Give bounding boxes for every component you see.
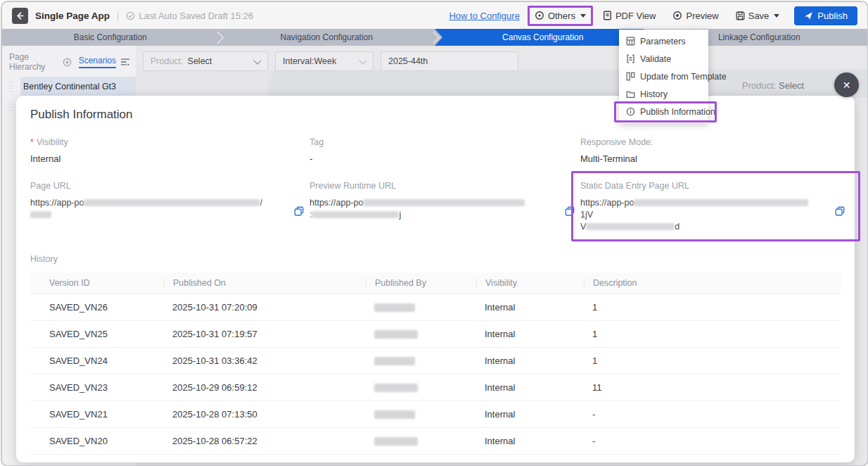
copy-static-url-icon[interactable] [835, 206, 845, 216]
step-label: Basic Configuration [74, 32, 147, 42]
tag-field: Tag - [309, 137, 580, 164]
scenario-item-bentley[interactable]: :::: Bentley Continental Gt3 [2, 77, 136, 96]
top-bar: Single Page App | Last Auto Saved Draft … [2, 2, 867, 29]
menu-item-label: Update from Template [640, 72, 727, 82]
autosave-status: Last Auto Saved Draft 15:26 [126, 11, 253, 21]
interval-select[interactable]: Interval:Week [275, 51, 374, 71]
page-url-value: https://app-po/ [30, 197, 286, 221]
pdf-view-button[interactable]: PDF View [601, 9, 658, 23]
week-value: 2025-44th [388, 56, 428, 66]
publish-button[interactable]: Publish [794, 6, 857, 25]
preview-runtime-url-field: Preview Runtime URL https://app-po :j [309, 181, 580, 233]
table-row: SAVED_VN26 2025-10-31 07:20:09 Internal … [30, 294, 841, 321]
publish-label: Publish [817, 11, 848, 21]
how-to-configure-link[interactable]: How to Configure [449, 11, 519, 21]
canvas-product-value: Select [779, 80, 804, 91]
preview-runtime-url-value: https://app-po :j [309, 197, 556, 221]
product-select[interactable]: Product: Select [143, 51, 268, 71]
title-separator: | [117, 11, 119, 21]
page-url-field: Page URL https://app-po/ [30, 181, 309, 233]
static-data-entry-url-label: Static Data Entry Page URL [580, 181, 817, 191]
product-label: Product: [151, 56, 184, 66]
preview-button[interactable]: Preview [670, 9, 720, 23]
save-button[interactable]: Save [734, 9, 782, 23]
copy-preview-url-icon[interactable] [565, 206, 575, 216]
redacted-text [374, 357, 415, 365]
canvas-product-label: Product: [742, 80, 776, 91]
configuration-steps: Basic Configuration Navigation Configura… [2, 29, 867, 46]
publish-information-modal: Publish Information *Visibility Internal… [16, 96, 855, 462]
step-label: Canvas Configuration [502, 32, 583, 42]
canvas-filters: Product: Select Interval:Week 2025-44th [143, 51, 518, 71]
cell-description: - [584, 436, 841, 446]
others-button[interactable]: Others [532, 9, 588, 23]
cell-published-on: 2025-10-28 06:57:22 [164, 436, 366, 446]
folder-icon [626, 90, 635, 99]
page-url-label: Page URL [30, 181, 286, 191]
cell-version-id: SAVED_VN24 [41, 355, 164, 366]
cell-published-on: 2025-10-28 07:13:50 [164, 409, 366, 420]
visibility-field: *Visibility Internal [30, 137, 309, 164]
save-label: Save [748, 11, 770, 21]
sidebar-header: Page Hierarchy Scenarios [2, 46, 136, 77]
tab-basic-configuration[interactable]: Basic Configuration [2, 29, 219, 46]
modal-fields-row: *Visibility Internal Tag - Responsive Mo… [30, 137, 841, 164]
cell-published-on: 2025-10-29 06:59:12 [164, 382, 366, 393]
cell-version-id: SAVED_VN23 [41, 382, 164, 393]
redacted-text [634, 199, 808, 206]
step-label: Navigation Configuration [281, 32, 373, 42]
column-version-id: Version ID [41, 278, 164, 288]
tab-navigation-configuration[interactable]: Navigation Configuration [219, 29, 435, 46]
product-value: Select [188, 56, 212, 66]
add-page-icon[interactable] [63, 58, 72, 67]
preview-label: Preview [686, 11, 718, 21]
column-description: Description [584, 278, 841, 288]
redacted-text [363, 199, 525, 206]
others-label: Others [548, 11, 575, 21]
cell-published-on: 2025-10-31 07:20:09 [164, 302, 366, 313]
copy-page-url-icon[interactable] [294, 206, 304, 216]
cell-version-id: SAVED_VN21 [41, 409, 164, 420]
menu-item-update-from-template[interactable]: Update from Template [619, 68, 708, 85]
top-bar-actions: How to Configure Others PDF View [449, 6, 857, 25]
chevron-down-icon [253, 56, 261, 64]
cell-visibility: Internal [476, 329, 584, 339]
static-data-entry-url-field: Static Data Entry Page URL https://app-p… [580, 181, 841, 233]
info-icon [626, 107, 635, 116]
scenarios-tab[interactable]: Scenarios [79, 56, 116, 68]
history-table: Version ID Published On Published By Vis… [30, 272, 841, 455]
scenario-list-icon[interactable] [120, 58, 130, 66]
save-floppy-icon [736, 11, 745, 20]
cell-visibility: Internal [476, 382, 584, 393]
menu-item-parameters[interactable]: Parameters [619, 32, 708, 50]
preview-runtime-url-label: Preview Runtime URL [309, 181, 556, 191]
cell-version-id: SAVED_VN26 [41, 302, 164, 313]
modal-close-button[interactable]: ✕ [834, 73, 859, 97]
cell-version-id: SAVED_VN25 [41, 329, 164, 339]
column-published-on: Published On [164, 278, 366, 288]
autosave-check-icon [126, 11, 135, 20]
table-row: SAVED_VN21 2025-10-28 07:13:50 Internal … [30, 401, 841, 428]
drag-handle-icon[interactable]: :::: [2, 81, 20, 92]
menu-item-history[interactable]: History [619, 85, 708, 103]
modal-urls-row: Page URL https://app-po/ Preview Runtime… [30, 181, 841, 233]
redacted-text [374, 410, 415, 419]
static-data-entry-url-value: https://app-po1jV Vd [580, 197, 817, 233]
app-window: Single Page App | Last Auto Saved Draft … [1, 1, 868, 466]
preview-eye-icon [672, 11, 682, 20]
back-button[interactable] [12, 8, 28, 24]
cell-version-id: SAVED_VN20 [41, 436, 164, 446]
redacted-text [312, 211, 399, 218]
week-input[interactable]: 2025-44th [381, 51, 518, 71]
cell-published-on: 2025-10-31 03:36:42 [164, 355, 366, 366]
interval-value: Interval:Week [283, 56, 336, 66]
template-icon [626, 72, 635, 81]
tag-value: - [309, 153, 580, 164]
scenario-item-label: Bentley Continental Gt3 [23, 82, 116, 92]
canvas-product-select[interactable]: Product: Select [742, 80, 804, 91]
menu-item-validate[interactable]: Validate [619, 50, 708, 68]
page-hierarchy-tab[interactable]: Page Hierarchy [9, 52, 72, 72]
cell-description: 1 [584, 302, 841, 313]
menu-item-publish-information[interactable]: Publish Information [619, 103, 708, 120]
required-mark: * [30, 137, 34, 147]
